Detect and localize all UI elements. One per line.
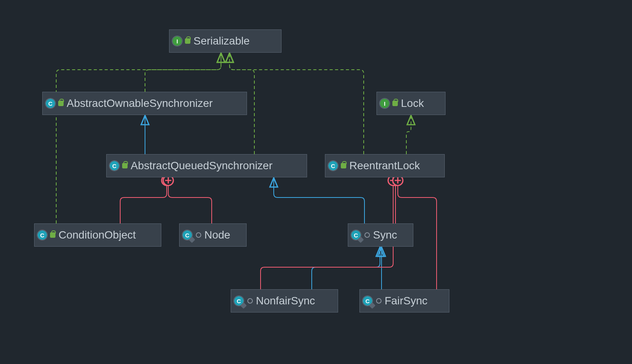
class-icon: C <box>110 161 119 170</box>
public-icon <box>50 232 55 238</box>
public-icon <box>392 101 398 106</box>
node-label: NonfairSync <box>256 295 315 307</box>
node-label: ReentrantLock <box>349 160 420 172</box>
class-icon: C <box>183 230 192 240</box>
node-label: ConditionObject <box>59 229 136 241</box>
edge-nonfair-sync <box>312 247 380 289</box>
edge-sync-aqs <box>274 178 364 223</box>
node-node[interactable]: C Node <box>179 223 247 247</box>
class-icon: C <box>46 99 55 108</box>
node-label: Lock <box>401 97 424 110</box>
edge-node-aqs-inner <box>168 180 212 223</box>
public-icon <box>58 101 64 106</box>
class-icon: C <box>328 161 338 170</box>
class-icon: C <box>234 296 243 306</box>
edge-condobj-aqs-inner <box>120 180 167 223</box>
node-serializable[interactable]: I Serializable <box>169 29 281 53</box>
node-reentrantlock[interactable]: C ReentrantLock <box>325 154 445 177</box>
interface-icon: I <box>173 36 182 46</box>
node-sync[interactable]: C Sync <box>348 223 413 247</box>
package-private-icon <box>196 232 201 238</box>
class-icon: C <box>351 230 361 240</box>
node-lock[interactable]: I Lock <box>376 92 446 115</box>
node-label: FairSync <box>385 295 427 307</box>
package-private-icon <box>376 298 382 304</box>
node-label: AbstractOwnableSynchronizer <box>67 97 213 110</box>
edge-reentrant-serializable <box>230 53 364 154</box>
node-label: Sync <box>373 229 397 241</box>
package-private-icon <box>247 298 253 304</box>
node-label: Node <box>204 229 230 241</box>
node-label: AbstractQueuedSynchronizer <box>131 160 273 172</box>
node-fairsync[interactable]: C FairSync <box>359 289 449 312</box>
public-icon <box>185 38 190 44</box>
edge-reentrant-lock <box>406 115 411 154</box>
interface-icon: I <box>380 99 389 108</box>
node-nonfairsync[interactable]: C NonfairSync <box>231 289 338 312</box>
edge-aos-serializable <box>145 53 221 92</box>
node-conditionobject[interactable]: C ConditionObject <box>34 223 161 247</box>
package-private-icon <box>364 232 370 238</box>
node-abstractownablesynchronizer[interactable]: C AbstractOwnableSynchronizer <box>42 92 247 115</box>
public-icon <box>122 163 128 168</box>
class-icon: C <box>363 296 372 306</box>
class-icon: C <box>38 230 47 240</box>
public-icon <box>341 163 346 168</box>
node-label: Serializable <box>193 35 250 47</box>
node-abstractqueuedsynchronizer[interactable]: C AbstractQueuedSynchronizer <box>106 154 307 177</box>
